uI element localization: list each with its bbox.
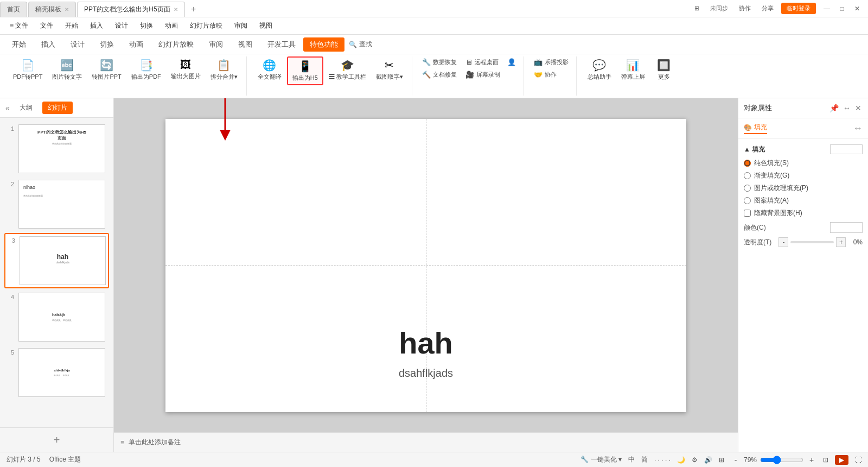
opacity-plus[interactable]: + [836, 237, 846, 247]
slide-item-2[interactable]: 2 nihao 单击此处添加副标题 [4, 178, 109, 231]
menu-slideshow[interactable]: 动画 [159, 19, 183, 33]
speaker-icon[interactable]: 🔊 [704, 456, 712, 464]
opacity-minus[interactable]: - [778, 237, 788, 247]
moon-icon[interactable]: 🌙 [677, 456, 685, 464]
remote-desktop-button[interactable]: 🖥 远程桌面 [462, 56, 502, 68]
thumb3-sub: dsahflkjads [20, 261, 105, 264]
cloud-sync[interactable]: 未同步 [707, 3, 731, 14]
more-button[interactable]: 🔲 更多 [650, 56, 678, 83]
footer-note[interactable]: 单击此处添加备注 [129, 438, 181, 447]
fullscreen-icon[interactable]: ⛶ [855, 456, 861, 464]
ribbon-group-remote-items: 🔧 数据恢复 🖥 远程桌面 👤 🔨 文档修复 [419, 56, 519, 96]
tab-ppt-close[interactable]: ✕ [174, 7, 178, 12]
ribbon-tab-review[interactable]: 审阅 [201, 36, 231, 53]
add-tab-button[interactable]: + [186, 2, 201, 17]
add-slide-button[interactable]: + [49, 432, 65, 447]
color-picker[interactable] [830, 222, 863, 233]
export-pdf-icon: 📑 [139, 59, 153, 72]
pattern-fill-radio[interactable] [744, 197, 751, 204]
menu-insert[interactable]: 开始 [60, 19, 84, 33]
opacity-slider[interactable] [790, 241, 834, 243]
zoom-slider[interactable] [760, 456, 803, 464]
solid-fill-radio[interactable] [744, 160, 751, 167]
add-member-button[interactable]: 👤 [504, 56, 519, 68]
lang-cn[interactable]: 中 [628, 455, 635, 464]
projector-button[interactable]: 📺 乐播投影 [531, 56, 572, 68]
screen-record-button[interactable]: 🎥 屏幕录制 [462, 69, 503, 80]
slide-item-1[interactable]: 1 PPT的文档怎么输出为H5页面 单击此处添加副标题 [4, 122, 109, 175]
hide-bg-checkbox[interactable] [744, 210, 751, 217]
collab-btn[interactable]: 协作 [736, 3, 754, 14]
menu-design[interactable]: 插入 [85, 19, 108, 33]
collab-button[interactable]: 🤝 协作 [531, 69, 560, 80]
split-merge-button[interactable]: 📋 拆分合并▾ [206, 56, 242, 83]
ribbon-tab-animation[interactable]: 动画 [122, 36, 151, 53]
outline-view-button[interactable]: 大纲 [14, 102, 38, 114]
menu-devtools[interactable]: 视图 [254, 19, 278, 33]
img-to-ppt-button[interactable]: 🔄 转图片PPT [87, 56, 125, 83]
tab-ppt[interactable]: PPT的文档怎么输出为H5页面 ✕ [77, 2, 185, 17]
export-h5-button[interactable]: 📱 输出为H5 [287, 56, 323, 85]
menu-review[interactable]: 幻灯片放映 [184, 19, 228, 33]
zoom-minus[interactable]: - [731, 455, 741, 465]
ribbon-tab-start[interactable]: 开始 [4, 36, 34, 53]
slide-item-3[interactable]: 3 hah dsahflkjads [4, 233, 109, 288]
slides-view-button[interactable]: 幻灯片 [42, 102, 73, 114]
screenshot-button[interactable]: ✂ 截图取字▾ [372, 56, 407, 83]
fill-color-preview[interactable] [830, 144, 863, 154]
right-panel-pin[interactable]: 📌 [828, 103, 840, 113]
translate-all-button[interactable]: 🌐 全文翻译 [253, 56, 286, 83]
ribbon-tab-slideshow[interactable]: 幻灯片放映 [151, 36, 201, 53]
close-button[interactable]: ✕ [851, 2, 864, 15]
minimize-button[interactable]: — [820, 2, 833, 15]
right-panel-close[interactable]: ✕ [854, 103, 863, 113]
menu-switch[interactable]: 设计 [110, 19, 133, 33]
maximize-button[interactable]: □ [835, 2, 848, 15]
slide-item-5[interactable]: 5 ahikdhfkja 单击此处 单击此处 [4, 346, 109, 399]
texture-fill-radio[interactable] [744, 185, 751, 192]
menu-animation[interactable]: 切换 [135, 19, 158, 33]
export-img-button[interactable]: 🖼 输出为图片 [167, 56, 205, 83]
beautify-button[interactable]: 🔧 一键美化 ▾ [580, 455, 622, 464]
right-panel-expand[interactable]: ↔ [842, 103, 852, 113]
present-button[interactable]: ▶ [835, 455, 848, 465]
tab-template[interactable]: 稿壳模板 ✕ [28, 2, 76, 17]
zoom-plus[interactable]: + [807, 455, 816, 465]
ribbon-search[interactable]: 🔍 查找 [349, 40, 372, 49]
ribbon-tab-insert[interactable]: 插入 [34, 36, 63, 53]
data-recover-button[interactable]: 🔧 数据恢复 [419, 56, 460, 68]
remote-desktop-icon: 🖥 [465, 58, 473, 66]
menu-file[interactable]: ≡ 文件 [4, 19, 34, 33]
menu-view[interactable]: 审阅 [229, 19, 253, 33]
img-to-text-button[interactable]: 🔤 图片转文字 [48, 56, 86, 83]
pdf-to-ppt-button[interactable]: 📄 PDF转PPT [9, 56, 47, 83]
tab-template-close[interactable]: ✕ [65, 7, 69, 12]
export-pdf-button[interactable]: 📑 输出为PDF [127, 56, 165, 83]
right-side-expand[interactable]: ↔ [853, 123, 863, 134]
fill-section-header[interactable]: ▲ 填充 [744, 144, 863, 154]
grid-icon[interactable]: ⊞ [719, 456, 724, 464]
popup-screen-button[interactable]: 📊 弹幕上屏 [617, 56, 649, 83]
ribbon-tab-switch[interactable]: 切换 [92, 36, 122, 53]
ribbon-tab-devtools[interactable]: 开发工具 [260, 36, 303, 53]
lang-simple[interactable]: 简 [641, 455, 648, 464]
ai-helper-button[interactable]: 💬 总结助手 [583, 56, 616, 83]
teach-tools-button[interactable]: 🎓 ☰ 教学工具栏 [324, 56, 371, 83]
tab-home[interactable]: 首页 [0, 2, 27, 17]
fit-icon[interactable]: ⊡ [823, 456, 828, 464]
slide-item-4[interactable]: 4 halskjh 单击此处 单击此处 [4, 291, 109, 344]
ribbon-tab-design[interactable]: 设计 [63, 36, 92, 53]
login-button[interactable]: 临时登录 [781, 3, 816, 14]
ribbon-tab-special[interactable]: 特色功能 [303, 37, 344, 52]
menu-start[interactable]: 文件 [35, 19, 59, 33]
gradient-fill-radio[interactable] [744, 172, 751, 179]
screen-icon[interactable]: ⊞ [691, 4, 703, 13]
canvas-wrapper[interactable]: hah dsahflkjads [114, 98, 738, 432]
slide-num-1: 1 [7, 124, 14, 132]
fill-tab[interactable]: 🎨 填充 [744, 123, 767, 134]
panel-toggle[interactable]: « [5, 104, 10, 112]
settings-icon[interactable]: ⚙ [692, 456, 698, 464]
doc-repair-button[interactable]: 🔨 文档修复 [419, 69, 460, 80]
share-btn[interactable]: 分享 [758, 3, 777, 14]
ribbon-tab-view[interactable]: 视图 [231, 36, 260, 53]
